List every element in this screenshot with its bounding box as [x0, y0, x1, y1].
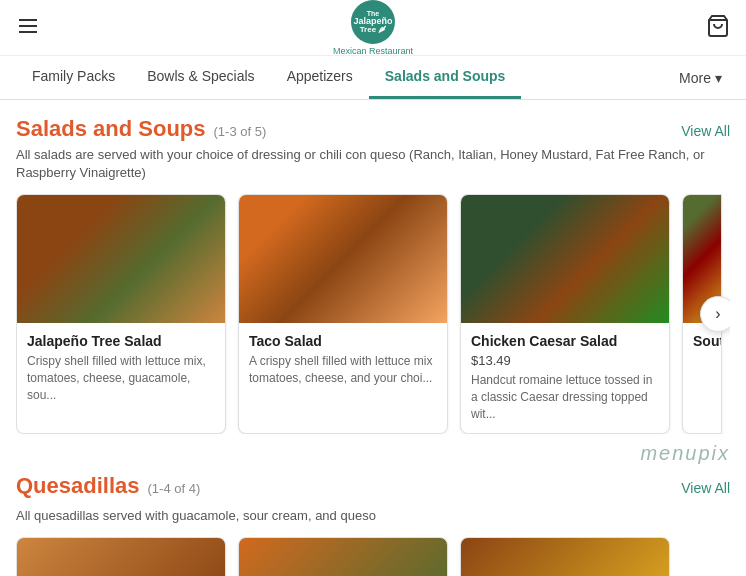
card-taco-salad[interactable]: Taco Salad A crispy shell filled with le… [238, 194, 448, 433]
cart-icon [706, 14, 730, 38]
logo-circle: The Jalapeño Tree 🌶 [351, 0, 395, 44]
quesadillas-view-all[interactable]: View All [681, 480, 730, 496]
card-desc-1: Crispy shell filled with lettuce mix, to… [27, 353, 215, 403]
salads-cards-row: Jalapeño Tree Salad Crispy shell filled … [16, 194, 730, 433]
menupix-brand: menupix [0, 434, 746, 469]
main-content: Salads and Soups (1-3 of 5) View All All… [0, 100, 746, 434]
card-price-3: $13.49 [471, 353, 659, 368]
salads-section-count: (1-3 of 5) [214, 124, 267, 139]
salads-view-all[interactable]: View All [681, 123, 730, 139]
tab-appetizers[interactable]: Appetizers [271, 56, 369, 99]
quesadilla-card-3[interactable] [460, 537, 670, 576]
card-image-3 [461, 195, 669, 323]
quesadilla-card-1[interactable] [16, 537, 226, 576]
hamburger-icon [16, 14, 40, 38]
salads-cards-container: Jalapeño Tree Salad Crispy shell filled … [16, 194, 730, 433]
card-name-1: Jalapeño Tree Salad [27, 333, 215, 349]
salads-description: All salads are served with your choice o… [16, 146, 730, 182]
card-name-2: Taco Salad [249, 333, 437, 349]
quesadillas-section: Quesadillas (1-4 of 4) View All All ques… [0, 473, 746, 576]
card-jalapeno-tree-salad[interactable]: Jalapeño Tree Salad Crispy shell filled … [16, 194, 226, 433]
card-desc-3: Handcut romaine lettuce tossed in a clas… [471, 372, 659, 422]
card-desc-2: A crispy shell filled with lettuce mix t… [249, 353, 437, 387]
salads-section-header: Salads and Soups (1-3 of 5) View All [16, 116, 730, 142]
quesadillas-cards-row [16, 537, 730, 576]
quesadillas-section-title: Quesadillas [16, 473, 140, 499]
header: The Jalapeño Tree 🌶 Mexican Restaurant [0, 0, 746, 56]
hamburger-button[interactable] [16, 14, 40, 42]
quesadillas-description: All quesadillas served with guacamole, s… [16, 507, 730, 525]
quesadilla-card-2[interactable] [238, 537, 448, 576]
tab-family-packs[interactable]: Family Packs [16, 56, 131, 99]
card-image-1 [17, 195, 225, 323]
card-chicken-caesar-salad[interactable]: Chicken Caesar Salad $13.49 Handcut roma… [460, 194, 670, 433]
quesadillas-section-count: (1-4 of 4) [148, 481, 201, 496]
card-name-4: South [693, 333, 711, 349]
logo: The Jalapeño Tree 🌶 Mexican Restaurant [333, 0, 413, 56]
logo-subtitle: Mexican Restaurant [333, 46, 413, 56]
chevron-right-icon: › [715, 305, 720, 323]
next-arrow-button[interactable]: › [700, 296, 730, 332]
card-name-3: Chicken Caesar Salad [471, 333, 659, 349]
salads-section-title: Salads and Soups [16, 116, 206, 142]
nav-tabs: Family Packs Bowls & Specials Appetizers… [0, 56, 746, 100]
tab-bowls-specials[interactable]: Bowls & Specials [131, 56, 270, 99]
more-dropdown[interactable]: More ▾ [671, 58, 730, 98]
card-image-2 [239, 195, 447, 323]
cart-button[interactable] [706, 14, 730, 42]
chevron-down-icon: ▾ [715, 70, 722, 86]
quesadillas-section-header: Quesadillas (1-4 of 4) View All [16, 473, 730, 499]
tab-salads-soups[interactable]: Salads and Soups [369, 56, 522, 99]
